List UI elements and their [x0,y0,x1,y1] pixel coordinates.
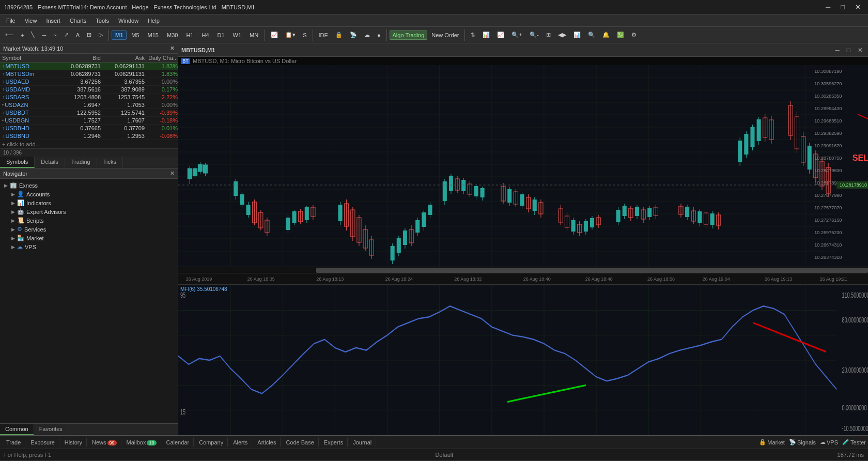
chart-scrollbar[interactable] [178,267,868,273]
toolbar-dot[interactable]: ● [374,30,384,40]
toolbar-crosshair[interactable]: + [18,30,27,40]
terminal-signals[interactable]: 📡 Signals [789,439,816,445]
left-bottom-tab-favorites[interactable]: Favorites [34,424,68,435]
toolbar-trade-icon[interactable]: 💹 [614,30,627,40]
scrollbar-thumb[interactable] [316,268,868,273]
toolbar-shapes[interactable]: ⊞ [84,30,95,40]
toolbar-hline[interactable]: ─ [39,30,49,40]
menu-insert[interactable]: Insert [42,17,65,25]
menu-file[interactable]: File [2,17,20,25]
market-watch-row[interactable]: • USDBGN 1.7527 1.7607 -0.18% [0,117,178,125]
timeframe-w1[interactable]: W1 [229,30,245,40]
menu-charts[interactable]: Charts [66,17,90,25]
market-watch-row[interactable]: ↑ USDBHD 0.37665 0.37709 0.01% [0,125,178,132]
nav-expand-accounts[interactable]: ▶ [11,192,15,197]
nav-indicators[interactable]: ▶ 📊 Indicators [2,198,176,207]
market-watch-row[interactable]: ↑ USDAMD 387.5616 387.9089 0.17% [0,86,178,94]
terminal-tab-alerts[interactable]: Alerts [229,438,252,447]
toolbar-lock[interactable]: 🔒 [332,30,346,40]
nav-expand-market[interactable]: ▶ [11,236,15,241]
toolbar-fib[interactable]: ↗ [61,30,72,40]
market-watch-add[interactable]: + click to add... [0,140,178,148]
market-watch-row[interactable]: ↑ USDARS 1208.4808 1253.7545 -2.22% [0,94,178,101]
menu-help[interactable]: Help [144,17,164,25]
toolbar-channel[interactable]: ~ [50,30,59,40]
market-watch-row[interactable]: ↓ USDAED 3.67256 3.67355 0.00% [0,78,178,86]
nav-services[interactable]: ▶ ⚙ Services [2,225,176,234]
toolbar-chart-bar[interactable]: 📊 [479,30,493,40]
market-watch-row[interactable]: ↓ USDBND 1.2946 1.2953 -0.08% [0,132,178,140]
indicator-chart[interactable]: MFI(6) 35.50106748 [178,284,868,435]
toolbar-chart-bar2[interactable]: 📊 [570,30,584,40]
toolbar-zoom-in[interactable]: 🔍+ [508,30,525,40]
toolbar-tools[interactable]: ▷ [96,30,106,40]
menu-window[interactable]: Window [114,17,143,25]
terminal-tab-company[interactable]: Company [195,438,228,447]
main-chart[interactable]: BUY SELL 10.30887190 10.30596270 10.3028… [178,65,868,267]
nav-vps[interactable]: ▶ ☁ VPS [2,242,176,251]
toolbar-algo-trading[interactable]: Algo Trading [390,30,428,40]
toolbar-chart-type[interactable]: 📈 [268,30,281,40]
timeframe-d1[interactable]: D1 [214,30,228,40]
terminal-tab-mailbox[interactable]: Mailbox10 [122,438,161,447]
tab-trading[interactable]: Trading [65,157,97,168]
toolbar-depth[interactable]: ⇅ [468,30,478,40]
timeframe-m5[interactable]: M5 [128,30,143,40]
nav-accounts[interactable]: ▶ 👤 Accounts [2,190,176,198]
terminal-vps[interactable]: ☁ VPS [820,439,838,445]
toolbar-cloud[interactable]: ☁ [361,30,373,40]
toolbar-line[interactable]: ╲ [28,30,38,40]
nav-scripts[interactable]: ▶ 📜 Scripts [2,216,176,225]
chart-minimize-button[interactable]: ─ [833,46,842,54]
toolbar-search[interactable]: 🔍 [585,30,598,40]
nav-expert-advisors[interactable]: ▶ 🤖 Expert Advisors [2,207,176,216]
menu-tools[interactable]: Tools [91,17,113,25]
tab-details[interactable]: Details [35,157,65,168]
market-watch-row[interactable]: ↓ USDBDT 122.5952 125.5741 -0.39% [0,109,178,117]
market-watch-row[interactable]: ↑ MBTUSDm 0.06289731 0.06291131 1.83% [0,70,178,78]
chart-restore-button[interactable]: □ [845,46,853,54]
terminal-tab-journal[interactable]: Journal [349,438,376,447]
timeframe-m1[interactable]: M1 [112,30,127,40]
tab-symbols[interactable]: Symbols [0,157,35,168]
toolbar-notify[interactable]: 🔔 [599,30,613,40]
minimize-button[interactable]: ─ [823,2,833,12]
toolbar-ide[interactable]: IDE [316,30,331,40]
timeframe-h1[interactable]: H1 [182,30,197,40]
nav-market[interactable]: ▶ 🏪 Market [2,234,176,242]
toolbar-arrow[interactable]: ⟵ [2,30,17,40]
chart-close-button[interactable]: ✕ [856,46,865,54]
nav-expand-ea[interactable]: ▶ [11,209,15,214]
toolbar-settings[interactable]: ⚙ [628,30,640,40]
maximize-button[interactable]: □ [838,2,848,12]
close-button[interactable]: ✕ [852,2,864,12]
nav-exness[interactable]: ▶ 🏢 Exness [2,181,176,190]
terminal-tab-news[interactable]: News99 [88,438,121,447]
menu-view[interactable]: View [21,17,41,25]
terminal-tab-history[interactable]: History [60,438,87,447]
terminal-tab-calendar[interactable]: Calendar [162,438,194,447]
terminal-market[interactable]: 🔒 Market [759,439,785,445]
toolbar-signal[interactable]: 📡 [347,30,360,40]
market-watch-row[interactable]: ↑ MBTUSD 0.06289731 0.06291131 1.83% [0,63,178,70]
toolbar-template[interactable]: 📋▾ [282,30,299,40]
terminal-tab-articles[interactable]: Articles [253,438,281,447]
market-watch-row[interactable]: • USDAZN 1.6947 1.7053 0.00% [0,101,178,109]
timeframe-m30[interactable]: M30 [163,30,181,40]
toolbar-grid[interactable]: ⊞ [543,30,554,40]
timeframe-m15[interactable]: M15 [144,30,162,40]
tab-ticks[interactable]: Ticks [97,157,123,168]
nav-expand-indicators[interactable]: ▶ [11,201,15,206]
nav-expand-vps[interactable]: ▶ [11,244,15,250]
nav-expand-exness[interactable]: ▶ [4,183,8,188]
terminal-tab-exposure[interactable]: Exposure [26,438,59,447]
toolbar-text[interactable]: A [73,30,83,40]
toolbar-s-icon[interactable]: S [300,30,309,40]
toolbar-chart-line2[interactable]: 📈 [494,30,507,40]
terminal-tab-experts[interactable]: Experts [320,438,348,447]
left-bottom-tab-common[interactable]: Common [0,424,34,435]
terminal-tester[interactable]: 🧪 Tester [842,439,866,445]
navigator-close-button[interactable]: ✕ [170,170,175,177]
nav-expand-services[interactable]: ▶ [11,227,15,232]
toolbar-new-order[interactable]: New Order [428,30,462,40]
